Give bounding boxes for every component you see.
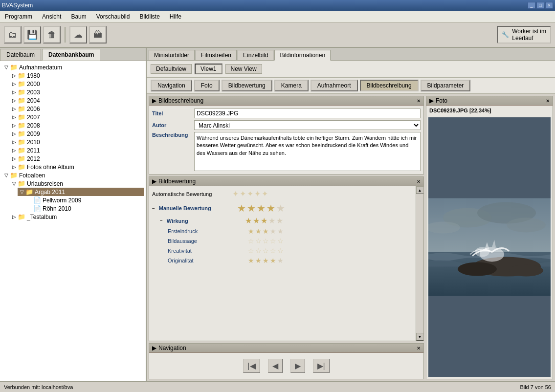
titel-input[interactable] bbox=[194, 109, 421, 118]
bildbeschreibung-title: Bildbeschreibung bbox=[158, 97, 203, 104]
tree-item-2007[interactable]: ▷ 📁 2007 bbox=[10, 113, 144, 121]
menu-hilfe[interactable]: Hilfe bbox=[167, 12, 184, 21]
nav-foto-button[interactable]: Foto bbox=[194, 80, 220, 91]
maximize-button[interactable]: □ bbox=[536, 2, 544, 9]
tree-item-fotos-ohne-album[interactable]: ▷ 📁 Fotos ohne Album bbox=[10, 163, 144, 171]
tree-toggle[interactable]: ▷ bbox=[11, 73, 18, 78]
menu-programm[interactable]: Programm bbox=[2, 12, 35, 21]
tree-item-2004[interactable]: ▷ 📁 2004 bbox=[10, 96, 144, 105]
tab-datenbankbaum[interactable]: Datenbankbaum bbox=[42, 49, 100, 61]
menu-vorschaubild[interactable]: Vorschaubild bbox=[93, 12, 133, 21]
tree-item-argab-2011[interactable]: ▽ 📁 Argab 2011 bbox=[18, 188, 144, 196]
nav-bildparameter-button[interactable]: Bildparameter bbox=[421, 80, 471, 91]
photo-filename: DSC09239.JPG [22,34%] bbox=[426, 106, 553, 115]
tree-item-1980[interactable]: ▷ 📁 1980 bbox=[10, 71, 144, 80]
nav-prev-button[interactable]: ◀ bbox=[268, 359, 283, 373]
star-icon: ☆ bbox=[277, 237, 284, 245]
tree-toggle[interactable]: ▷ bbox=[11, 106, 18, 111]
tree-toggle[interactable]: ▽ bbox=[11, 181, 18, 186]
tree-toggle[interactable]: ▷ bbox=[11, 98, 18, 103]
autor-select[interactable]: Marc Alinski bbox=[194, 120, 421, 130]
section-close-icon[interactable]: ✕ bbox=[417, 98, 421, 104]
bildbewertung-close-icon[interactable]: ✕ bbox=[417, 179, 421, 184]
tree-item-testalbum[interactable]: ▷ 📁 _Testalbum bbox=[10, 213, 144, 221]
beschreibung-textarea[interactable]: Während unseres Dänemarkaufenthalts tobt… bbox=[194, 132, 421, 171]
nav-kamera-button[interactable]: Kamera bbox=[274, 80, 309, 91]
minimize-button[interactable]: _ bbox=[528, 2, 535, 9]
nav-aufnahmeort-button[interactable]: Aufnahmeort bbox=[311, 80, 358, 91]
nav-bildbeschreibung-button[interactable]: Bildbeschreibung bbox=[360, 80, 419, 91]
tree-item-2010[interactable]: ▷ 📁 2010 bbox=[10, 138, 144, 146]
tree-item-fotoalben[interactable]: ▽ 📁 Fotoalben bbox=[2, 171, 144, 179]
newview-button[interactable]: New View bbox=[225, 64, 262, 74]
file-icon: 📄 bbox=[33, 196, 41, 204]
tree-item-2003[interactable]: ▷ 📁 2003 bbox=[10, 88, 144, 96]
collapse-icon[interactable]: − bbox=[160, 218, 163, 223]
folder-icon: 📁 bbox=[18, 213, 25, 220]
tab-filmstreifen[interactable]: Filmstreifen bbox=[196, 50, 237, 61]
tree-toggle[interactable]: ▷ bbox=[11, 131, 18, 136]
navigation-close-icon[interactable]: ✕ bbox=[417, 346, 421, 351]
photo-close-icon[interactable]: ✕ bbox=[546, 98, 550, 104]
menubar: Programm Ansicht Baum Vorschaubild Bildl… bbox=[0, 11, 555, 22]
tree-item-2011[interactable]: ▷ 📁 2011 bbox=[10, 146, 144, 154]
tab-einzelbild[interactable]: Einzelbild bbox=[238, 50, 273, 61]
tree-toggle[interactable]: ▷ bbox=[11, 148, 18, 153]
star-empty-icon: ★ bbox=[276, 216, 283, 225]
tab-dateibaum[interactable]: Dateibaum bbox=[0, 49, 41, 61]
toolbar-delete-button[interactable]: 🗑 bbox=[43, 26, 61, 44]
toolbar-save-button[interactable]: 💾 bbox=[23, 26, 41, 44]
nav-last-button[interactable]: ▶| bbox=[313, 359, 330, 373]
tree-item-2009[interactable]: ▷ 📁 2009 bbox=[10, 130, 144, 138]
star-icon: ☆ bbox=[248, 247, 254, 255]
tree-toggle[interactable]: ▽ bbox=[3, 65, 10, 70]
star-empty-icon: ★ bbox=[270, 227, 276, 235]
view1-button[interactable]: View1 bbox=[195, 64, 222, 74]
tree-toggle[interactable]: ▷ bbox=[11, 114, 18, 120]
tab-bildinformationen[interactable]: Bildinformationen bbox=[274, 50, 331, 61]
tree-item-rohn[interactable]: 📄 Röhn 2010 bbox=[25, 204, 144, 213]
folder-icon: 📁 bbox=[10, 64, 18, 71]
toolbar-mountain-button[interactable]: 🏔 bbox=[89, 26, 107, 44]
menu-ansicht[interactable]: Ansicht bbox=[39, 12, 64, 21]
tree-item-pellworm[interactable]: 📄 Pellworm 2009 bbox=[25, 196, 144, 204]
right-panel: Miniaturbilder Filmstreifen Einzelbild B… bbox=[147, 48, 555, 381]
nav-navigation-button[interactable]: Navigation bbox=[151, 80, 192, 91]
star-icon: ★ bbox=[263, 227, 269, 235]
tree-toggle[interactable]: ▷ bbox=[11, 139, 18, 145]
scroll-up-button[interactable]: ▲ bbox=[416, 186, 424, 194]
section-header-title: ▶ Foto bbox=[429, 97, 447, 104]
bildbewertung-title: Bildbewertung bbox=[158, 178, 196, 185]
tree-item-2000[interactable]: ▷ 📁 2000 bbox=[10, 80, 144, 88]
tree-item-2008[interactable]: ▷ 📁 2008 bbox=[10, 121, 144, 130]
defaultview-button[interactable]: Defaultview bbox=[151, 64, 192, 74]
tree-item-2006[interactable]: ▷ 📁 2006 bbox=[10, 105, 144, 113]
toolbar-cloud-button[interactable]: ☁ bbox=[69, 26, 87, 44]
tree-toggle[interactable]: ▷ bbox=[11, 156, 18, 161]
tree-children-fotoalben: ▽ 📁 Urlaubsreisen ▽ 📁 Argab 2011 📄 bbox=[2, 179, 144, 221]
tree-toggle[interactable]: ▽ bbox=[3, 173, 10, 178]
menu-baum[interactable]: Baum bbox=[68, 12, 89, 21]
star-empty-icon: ★ bbox=[268, 216, 275, 225]
left-content: ▶ Bildbeschreibung ✕ Titel Autor bbox=[149, 96, 424, 379]
close-button[interactable]: × bbox=[545, 2, 553, 9]
tree-toggle[interactable]: ▷ bbox=[11, 214, 18, 219]
section-header-title: ▶ Bildbewertung bbox=[152, 178, 196, 185]
tree-toggle[interactable]: ▽ bbox=[19, 189, 25, 195]
nav-bildbewertung-button[interactable]: Bildbewertung bbox=[222, 80, 272, 91]
tree-item-aufnahmedatum[interactable]: ▽ 📁 Aufnahmedatum bbox=[2, 63, 144, 71]
tree-toggle[interactable]: ▷ bbox=[11, 123, 18, 128]
bewertung-with-scroll: Automatische Bewertung ✦ ✦ ✦ ✦ ✦ bbox=[149, 186, 423, 341]
tree-toggle[interactable]: ▷ bbox=[11, 81, 18, 87]
tree-toggle[interactable]: ▷ bbox=[11, 89, 18, 95]
tree-item-2012[interactable]: ▷ 📁 2012 bbox=[10, 154, 144, 163]
tree-toggle[interactable]: ▷ bbox=[11, 164, 18, 170]
scroll-down-button[interactable]: ▼ bbox=[416, 333, 424, 341]
nav-first-button[interactable]: |◀ bbox=[243, 359, 260, 373]
nav-next-button[interactable]: ▶ bbox=[290, 359, 305, 373]
collapse-icon[interactable]: − bbox=[152, 206, 155, 211]
tab-miniaturbilder[interactable]: Miniaturbilder bbox=[149, 50, 195, 61]
tree-item-urlaubsreisen[interactable]: ▽ 📁 Urlaubsreisen bbox=[10, 179, 144, 188]
toolbar-open-button[interactable]: 🗂 bbox=[4, 26, 22, 44]
menu-bildliste[interactable]: Bildliste bbox=[136, 12, 162, 21]
